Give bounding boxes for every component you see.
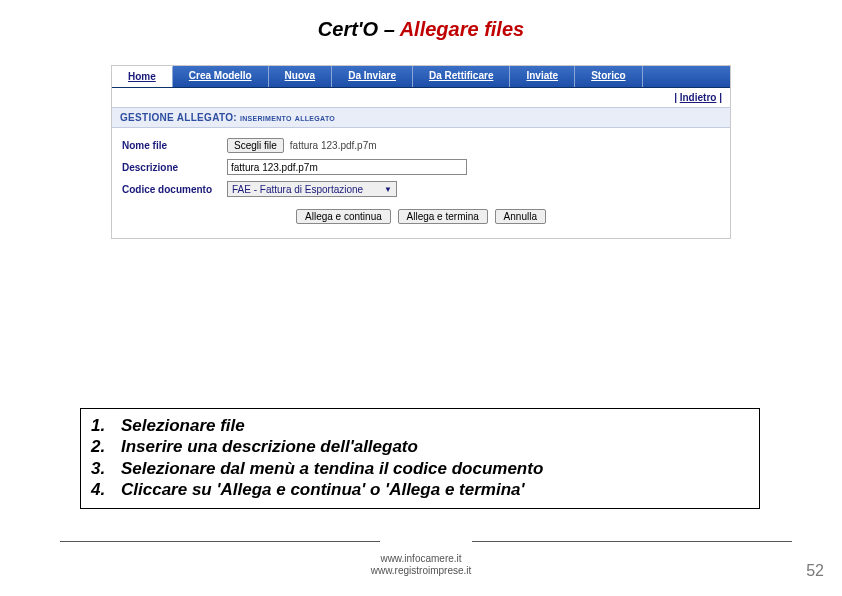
title-highlight: Allegare files	[400, 18, 525, 40]
footer-url-2: www.registroimprese.it	[0, 565, 842, 577]
form-area: Nome file Scegli file fattura 123.pdf.p7…	[112, 128, 730, 238]
codice-select[interactable]: FAE - Fattura di Esportazione ▼	[227, 181, 397, 197]
nav-nuova[interactable]: Nuova	[269, 66, 333, 87]
app-screenshot: Home Crea Modello Nuova Da Inviare Da Re…	[111, 65, 731, 239]
allega-continua-button[interactable]: Allega e continua	[296, 209, 391, 224]
label-nome-file: Nome file	[122, 140, 227, 151]
instruction-number: 3.	[91, 458, 121, 479]
nav-bar: Home Crea Modello Nuova Da Inviare Da Re…	[112, 66, 730, 88]
footer-url-1: www.infocamere.it	[0, 553, 842, 565]
nav-storico[interactable]: Storico	[575, 66, 642, 87]
descrizione-input[interactable]	[227, 159, 467, 175]
label-codice: Codice documento	[122, 184, 227, 195]
choose-file-button[interactable]: Scegli file	[227, 138, 284, 153]
row-codice: Codice documento FAE - Fattura di Esport…	[122, 181, 720, 197]
footer-urls: www.infocamere.it www.registroimprese.it	[0, 553, 842, 576]
chevron-down-icon: ▼	[384, 185, 392, 194]
allega-termina-button[interactable]: Allega e termina	[398, 209, 488, 224]
back-row: | Indietro |	[112, 88, 730, 107]
page-number: 52	[806, 562, 824, 580]
annulla-button[interactable]: Annulla	[495, 209, 546, 224]
sep: |	[674, 92, 677, 103]
instructions-box: 1. Selezionare file 2. Inserire una desc…	[80, 408, 760, 509]
instruction-1: 1. Selezionare file	[91, 415, 749, 436]
instruction-text: Selezionare dal menù a tendina il codice…	[121, 458, 543, 479]
instruction-3: 3. Selezionare dal menù a tendina il cod…	[91, 458, 749, 479]
instruction-text: Selezionare file	[121, 415, 245, 436]
codice-selected-value: FAE - Fattura di Esportazione	[232, 184, 363, 195]
slide-title: Cert'O – Allegare files	[0, 0, 842, 41]
label-descrizione: Descrizione	[122, 162, 227, 173]
instruction-number: 1.	[91, 415, 121, 436]
nav-inviate[interactable]: Inviate	[510, 66, 575, 87]
back-link[interactable]: Indietro	[680, 92, 717, 103]
title-prefix: Cert'O –	[318, 18, 400, 40]
row-descrizione: Descrizione	[122, 159, 720, 175]
button-row: Allega e continua Allega e termina Annul…	[122, 209, 720, 224]
row-nome-file: Nome file Scegli file fattura 123.pdf.p7…	[122, 138, 720, 153]
nav-crea-modello[interactable]: Crea Modello	[173, 66, 269, 87]
nav-da-inviare[interactable]: Da Inviare	[332, 66, 413, 87]
instruction-4: 4. Cliccare su 'Allega e continua' o 'Al…	[91, 479, 749, 500]
section-title: GESTIONE ALLEGATO: inserimento allegato	[112, 107, 730, 128]
instruction-text: Cliccare su 'Allega e continua' o 'Alleg…	[121, 479, 525, 500]
instruction-2: 2. Inserire una descrizione dell'allegat…	[91, 436, 749, 457]
sep2: |	[719, 92, 722, 103]
footer-divider	[60, 541, 792, 542]
divider-right	[472, 541, 792, 542]
divider-left	[60, 541, 380, 542]
nav-da-rettificare[interactable]: Da Rettificare	[413, 66, 510, 87]
instruction-text: Inserire una descrizione dell'allegato	[121, 436, 418, 457]
instruction-number: 2.	[91, 436, 121, 457]
nav-home[interactable]: Home	[112, 66, 173, 87]
instruction-number: 4.	[91, 479, 121, 500]
chosen-file-name: fattura 123.pdf.p7m	[290, 140, 377, 151]
